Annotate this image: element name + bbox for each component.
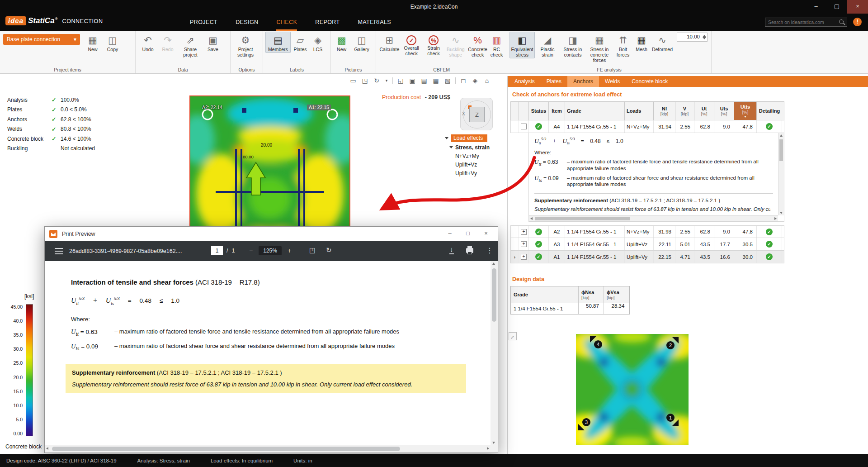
print-icon[interactable] (466, 248, 473, 253)
fit-page-icon[interactable]: ◳ (309, 246, 316, 254)
print-preview-titlebar[interactable]: Print Preview – □ × (45, 227, 498, 241)
tree-item-load-case[interactable]: N+Vz+My (445, 152, 513, 161)
scroll-down-icon[interactable] (492, 442, 495, 444)
expand-row-button[interactable]: + (521, 229, 527, 235)
new-item-button[interactable]: ▦New (83, 32, 103, 53)
equivalent-stress-button[interactable]: ◧Equivalent stress (509, 32, 535, 58)
menu-tab-materials[interactable]: MATERIALS (358, 14, 392, 31)
table-row-a1-selected[interactable]: › + A1 1 1/4 F1554 Gr.55 - 1 Uplift+Vy 2… (510, 251, 784, 263)
calculate-button[interactable]: ⊞Calculate (378, 32, 401, 53)
picture-new-button[interactable]: ▩New (333, 32, 350, 53)
search-box[interactable] (765, 18, 847, 27)
scroll-left-icon[interactable] (46, 447, 48, 450)
rc-check-button[interactable]: ▥RC check (489, 32, 505, 58)
pdf-vertical-scrollbar[interactable] (491, 261, 498, 445)
sorted-column-header[interactable]: Utts[%]▼ (734, 102, 757, 120)
tab-concrete-block[interactable]: Concrete block (626, 76, 674, 87)
scroll-up-icon[interactable] (780, 134, 783, 137)
lcs-toggle-button[interactable]: ◈LCS (310, 32, 326, 53)
plastic-strain-button[interactable]: ◢Plastic strain (535, 32, 560, 58)
more-options-icon[interactable]: ⋮ (486, 246, 493, 255)
gallery-button[interactable]: ◫Gallery (350, 32, 373, 53)
download-icon[interactable]: ↓ (449, 245, 454, 254)
scroll-right-icon[interactable] (774, 217, 777, 220)
save-button[interactable]: ▣Save (203, 32, 223, 53)
page-number-input[interactable] (211, 246, 223, 255)
undo-button[interactable]: ↶Undo (138, 32, 158, 53)
chevron-down-icon[interactable]: ▾ (384, 78, 389, 83)
table-row-a3[interactable]: + A3 1 1/4 F1554 Gr.55 - 1 Uplift+Vz 22.… (510, 238, 784, 251)
tab-welds[interactable]: Welds (599, 76, 626, 87)
buckling-shape-button[interactable]: ∿Buckling shape (444, 32, 467, 58)
scrollbar-thumb[interactable] (492, 268, 496, 322)
plates-toggle-button[interactable]: ▱Plates (291, 32, 310, 53)
pane-splitter-handle[interactable]: ↕ (509, 332, 517, 340)
mesh-button[interactable]: ▦Mesh (632, 32, 651, 53)
tab-plates[interactable]: Plates (541, 76, 567, 87)
tree-node-load-effects[interactable]: Load effects (445, 134, 513, 143)
cube-face-z[interactable]: Z (469, 107, 485, 122)
navigation-cube[interactable]: Z X (460, 98, 493, 130)
minimize-button[interactable]: – (806, 0, 826, 14)
copy-item-button[interactable]: ◫Copy (103, 32, 123, 53)
measure-icon[interactable]: ▭ (349, 77, 357, 84)
expand-row-button[interactable]: + (521, 254, 527, 260)
menu-icon[interactable] (55, 248, 63, 254)
project-settings-button[interactable]: ⚙Project settings (233, 32, 258, 58)
maximize-button[interactable]: ▢ (826, 0, 847, 14)
minimize-button[interactable]: – (441, 227, 459, 241)
copy-picture-icon[interactable]: ▤ (420, 77, 428, 84)
menu-tab-design[interactable]: DESIGN (236, 14, 258, 31)
maximize-button[interactable]: □ (459, 227, 477, 241)
rotate-view-icon[interactable]: ↻ (373, 77, 381, 84)
scroll-down-icon[interactable] (780, 212, 783, 214)
zoom-out-button[interactable]: − (249, 247, 253, 254)
overall-check-button[interactable]: ✓Overall check (401, 32, 423, 57)
scrollbar-thumb[interactable] (779, 139, 783, 161)
stress-in-concrete-button[interactable]: ▦Stress in concrete forces (585, 32, 613, 63)
connection-type-dropdown[interactable]: Base plate connection ▾ (3, 34, 80, 45)
scrollbar-thumb[interactable] (535, 217, 630, 220)
menu-tab-check[interactable]: CHECK (276, 14, 297, 31)
fit-view-icon[interactable]: ◳ (361, 77, 369, 84)
close-button[interactable]: × (847, 0, 868, 14)
collapse-row-button[interactable]: − (521, 124, 527, 129)
menu-tab-report[interactable]: REPORT (315, 14, 340, 31)
scrollbar-thumb[interactable] (52, 447, 400, 451)
redo-button[interactable]: ↷Redo (158, 32, 178, 53)
detail-horizontal-scrollbar[interactable] (529, 215, 778, 221)
detail-vertical-scrollbar[interactable] (778, 133, 784, 215)
lcs-icon[interactable]: ◈ (471, 77, 479, 84)
tab-analysis[interactable]: Analysis (509, 76, 541, 87)
copy-picture-icon[interactable]: ▣ (408, 77, 416, 84)
strain-check-button[interactable]: %Strain check (423, 32, 445, 57)
section-crop-icon[interactable]: ◱ (396, 77, 405, 84)
scroll-left-icon[interactable] (530, 217, 533, 220)
zoom-in-button[interactable]: + (288, 247, 291, 254)
zoom-level[interactable]: 125% (259, 246, 282, 255)
copy-picture-icon[interactable]: ▦ (432, 77, 440, 84)
deformed-scale-spinner[interactable]: 10.00 (677, 33, 708, 42)
tree-item-load-case[interactable]: Uplift+Vy (445, 169, 513, 178)
display-options-icon[interactable]: ◻ (459, 77, 467, 84)
concrete-stress-plot[interactable]: 4 2 3 1 (576, 334, 689, 445)
deformed-button[interactable]: ∿Deformed (651, 32, 674, 53)
table-row-a2[interactable]: + A2 1 1/4 F1554 Gr.55 - 1 N+Vz+My 31.93… (510, 225, 784, 238)
clipboard-icon[interactable]: ▧ (443, 77, 452, 84)
bolt-forces-button[interactable]: ⇈Bolt forces (613, 32, 632, 58)
info-button[interactable]: ! (853, 18, 862, 26)
tree-node-stress-strain[interactable]: Stress, strain (445, 143, 513, 152)
members-toggle-button[interactable]: ▤Members (265, 32, 291, 53)
scroll-up-icon[interactable] (492, 262, 495, 265)
share-project-button[interactable]: ⇗Share project (178, 32, 203, 58)
search-input[interactable] (765, 19, 839, 25)
concrete-check-button[interactable]: %Concrete check (467, 32, 489, 58)
tree-item-load-case[interactable]: Uplift+Vz (445, 161, 513, 169)
menu-tab-project[interactable]: PROJECT (190, 14, 217, 31)
table-row-a4[interactable]: − A4 1 1/4 F1554 Gr.55 - 1 N+Vz+My 31.94… (510, 120, 784, 133)
stress-in-contacts-button[interactable]: ◨Stress in contacts (560, 32, 585, 58)
spinner-down-icon[interactable] (703, 37, 706, 39)
pdf-horizontal-scrollbar[interactable] (45, 445, 491, 453)
print-preview-window[interactable]: Print Preview – □ × 26addf83-3391-4969-9… (44, 226, 498, 453)
home-view-icon[interactable]: ⌂ (483, 77, 491, 84)
